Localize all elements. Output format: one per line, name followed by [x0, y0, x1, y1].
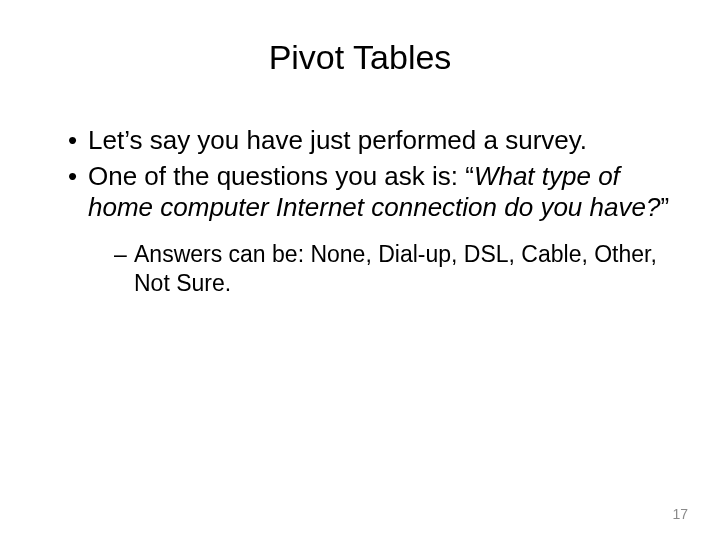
- slide: Pivot Tables Let’s say you have just per…: [0, 0, 720, 540]
- bullet-2-prefix: One of the questions you ask is: “: [88, 161, 474, 191]
- bullet-list: Let’s say you have just performed a surv…: [50, 125, 670, 298]
- sub-bullet-1-text: Answers can be: None, Dial-up, DSL, Cabl…: [134, 241, 657, 296]
- bullet-1-text: Let’s say you have just performed a surv…: [88, 125, 587, 155]
- bullet-item-1: Let’s say you have just performed a surv…: [68, 125, 670, 157]
- sub-bullet-list: Answers can be: None, Dial-up, DSL, Cabl…: [88, 240, 670, 298]
- page-number: 17: [672, 506, 688, 522]
- bullet-item-2: One of the questions you ask is: “What t…: [68, 161, 670, 298]
- bullet-2-suffix: ”: [660, 192, 669, 222]
- slide-title: Pivot Tables: [50, 38, 670, 77]
- sub-bullet-item-1: Answers can be: None, Dial-up, DSL, Cabl…: [114, 240, 670, 298]
